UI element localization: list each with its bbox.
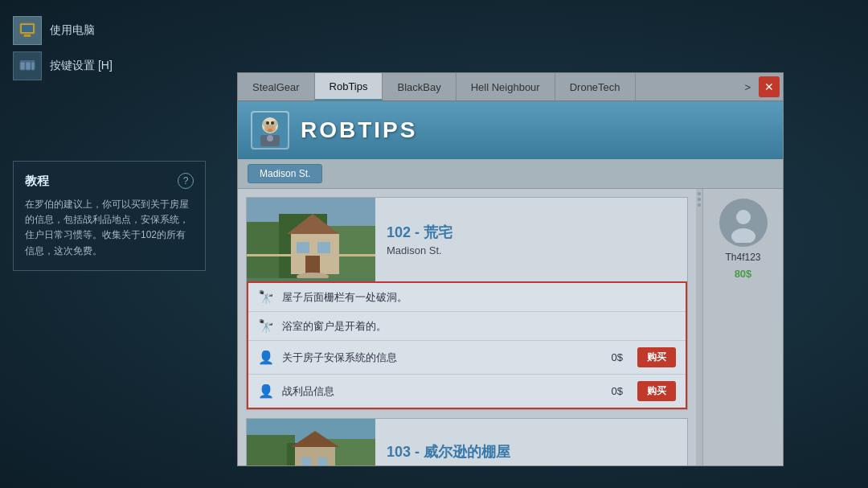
property-card-102: 102 - 荒宅 Madison St. 🔭 屋子后面栅栏有一处破洞。 🔭 浴室… [246, 197, 688, 410]
tip-text-3: 关于房子安保系统的信息 [282, 351, 604, 365]
content-main[interactable]: 102 - 荒宅 Madison St. 🔭 屋子后面栅栏有一处破洞。 🔭 浴室… [238, 189, 696, 465]
property-image-102 [247, 198, 375, 281]
property-image-103 [247, 419, 375, 465]
svg-rect-4 [20, 62, 25, 70]
profile-avatar [719, 199, 768, 247]
tip-item-3: 👤 关于房子安保系统的信息 0$ 购买 [248, 341, 686, 375]
robtips-logo-icon [251, 111, 289, 150]
property-info-103: 103 - 威尔逊的棚屋 Madison St. [375, 419, 687, 465]
tab-stealgear[interactable]: StealGear [238, 73, 315, 100]
person-icon-4: 👤 [258, 383, 274, 399]
tips-list-102: 🔭 屋子后面栅栏有一处破洞。 🔭 浴室的窗户是开着的。 👤 关于房子安保系统的信… [247, 281, 687, 409]
buy-button-3[interactable]: 购买 [637, 347, 676, 367]
svg-rect-5 [26, 62, 31, 70]
svg-rect-25 [317, 242, 330, 253]
tip-item-1: 🔭 屋子后面栅栏有一处破洞。 [248, 283, 686, 312]
sidebar-item-use-computer[interactable]: 使用电脑 [13, 16, 204, 45]
tab-dronetech[interactable]: DroneTech [555, 73, 636, 100]
property-name-102: 102 - 荒宅 [387, 223, 676, 242]
tip-text-2: 浴室的窗户是开着的。 [282, 319, 676, 334]
svg-rect-7 [20, 60, 35, 62]
tab-blackbay[interactable]: BlackBay [383, 73, 456, 100]
property-address-102: Madison St. [387, 244, 676, 256]
tip-text-4: 战利品信息 [282, 384, 604, 399]
sub-nav: Madison St. [238, 159, 783, 189]
svg-point-39 [736, 210, 751, 224]
svg-rect-28 [247, 254, 291, 256]
svg-point-14 [271, 121, 274, 125]
tip-item-4: 👤 战利品信息 0$ 购买 [248, 375, 686, 408]
tutorial-title: 教程 [25, 174, 49, 189]
property-info-102: 102 - 荒宅 Madison St. [375, 198, 687, 281]
tab-more-button[interactable]: > [736, 73, 759, 100]
window-header: ROBTIPS [238, 101, 783, 159]
tutorial-panel: 教程 ? 在罗伯的建议上，你可以买到关于房屋的信息，包括战利品地点，安保系统，住… [13, 161, 206, 271]
key-settings-icon [13, 51, 42, 80]
property-address-103: Madison St. [387, 464, 676, 465]
tip-price-3: 0$ [612, 351, 623, 363]
main-window: StealGear RobTips BlackBay Hell Neighbou… [237, 72, 784, 466]
svg-rect-29 [339, 254, 375, 256]
profile-balance: 80$ [735, 268, 752, 280]
key-settings-label: 按键设置 [H] [50, 59, 113, 73]
tutorial-help-button[interactable]: ? [178, 173, 194, 189]
content-area: 102 - 荒宅 Madison St. 🔭 屋子后面栅栏有一处破洞。 🔭 浴室… [238, 189, 783, 465]
property-header-102: 102 - 荒宅 Madison St. [247, 198, 687, 281]
scroll-dot [698, 203, 701, 207]
svg-rect-6 [31, 62, 35, 70]
tutorial-header: 教程 ? [25, 173, 194, 189]
tab-hell-neighbour[interactable]: Hell Neighbour [457, 73, 555, 100]
binoculars-icon-1: 🔭 [258, 289, 274, 305]
scroll-dot [698, 198, 701, 201]
property-name-103: 103 - 威尔逊的棚屋 [387, 442, 676, 461]
tab-robtips[interactable]: RobTips [315, 73, 383, 100]
svg-rect-24 [297, 242, 309, 253]
window-title: ROBTIPS [301, 117, 417, 143]
use-computer-label: 使用电脑 [50, 23, 95, 38]
binoculars-icon-2: 🔭 [258, 318, 274, 334]
svg-point-15 [268, 129, 272, 132]
tip-text-1: 屋子后面栅栏有一处破洞。 [282, 290, 676, 305]
sub-nav-madison-st[interactable]: Madison St. [248, 164, 322, 183]
tip-price-4: 0$ [612, 385, 623, 397]
scroll-indicator [696, 189, 702, 465]
profile-name: Th4f123 [725, 252, 760, 263]
sidebar-item-key-settings[interactable]: 按键设置 [H] [13, 51, 204, 80]
svg-point-17 [267, 135, 273, 141]
svg-rect-34 [295, 447, 335, 465]
property-header-103: 103 - 威尔逊的棚屋 Madison St. [247, 419, 687, 465]
profile-panel: Th4f123 80$ [702, 189, 783, 465]
scroll-dot [698, 192, 701, 195]
tip-item-2: 🔭 浴室的窗户是开着的。 [248, 312, 686, 341]
close-button[interactable]: ✕ [759, 76, 780, 97]
tab-bar: StealGear RobTips BlackBay Hell Neighbou… [238, 73, 783, 101]
svg-point-13 [266, 121, 269, 125]
person-icon-3: 👤 [258, 350, 274, 365]
svg-rect-26 [305, 256, 320, 274]
svg-rect-36 [301, 457, 311, 465]
tutorial-text: 在罗伯的建议上，你可以买到关于房屋的信息，包括战利品地点，安保系统，住户日常习惯… [25, 197, 194, 259]
svg-rect-37 [317, 457, 327, 465]
use-computer-icon [13, 16, 42, 45]
property-card-103: 103 - 威尔逊的棚屋 Madison St. [246, 418, 688, 465]
buy-button-4[interactable]: 购买 [637, 381, 676, 401]
svg-rect-2 [22, 25, 33, 32]
